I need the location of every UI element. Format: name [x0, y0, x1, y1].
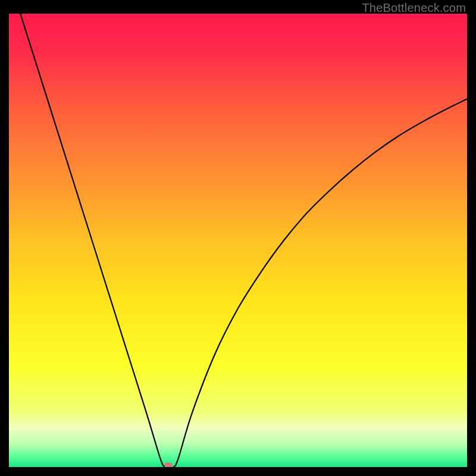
bottleneck-chart [9, 14, 467, 467]
gradient-background [9, 14, 467, 467]
chart-frame [9, 14, 467, 467]
watermark-text: TheBottleneck.com [362, 1, 466, 15]
